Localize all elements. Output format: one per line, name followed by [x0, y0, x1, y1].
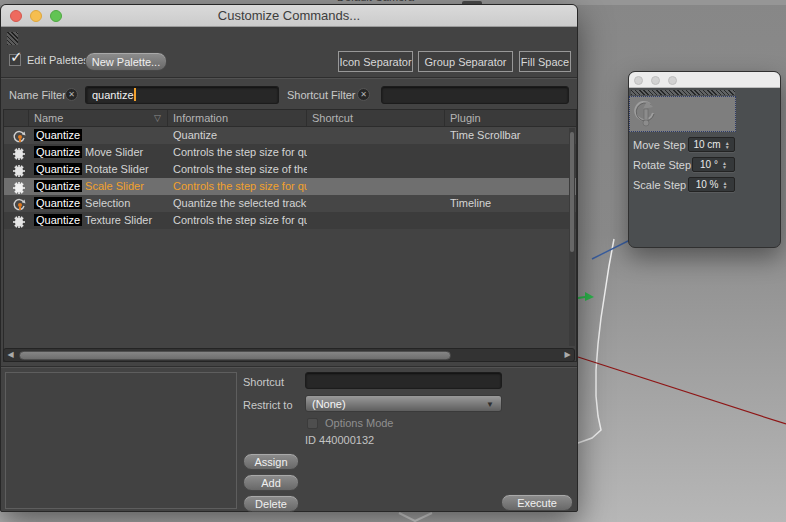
vertical-scrollbar-thumb[interactable] [570, 132, 574, 252]
name-column-header[interactable]: Name ▽ [29, 110, 168, 126]
new-palette-label: New Palette... [92, 56, 160, 68]
move-step-label: Move Step [633, 139, 686, 151]
detail-divider [1, 366, 577, 368]
fill-space-button[interactable]: Fill Space [519, 51, 571, 72]
stepper-icon[interactable]: ▲▼ [722, 161, 727, 169]
table-row[interactable]: Quantize Texture Slider Controls the ste… [4, 212, 576, 229]
text-caret [134, 88, 136, 101]
icon-separator-button[interactable]: Icon Separator [338, 51, 413, 72]
customize-commands-window: Customize Commands... ✓ Edit Palettes Ne… [0, 4, 578, 512]
quantize-track-icon [4, 195, 29, 212]
close-button[interactable] [634, 76, 643, 85]
palette-titlebar[interactable] [629, 72, 780, 88]
scroll-left-icon[interactable]: ◀ [4, 349, 17, 361]
options-mode-label: Options Mode [325, 417, 393, 429]
palette-grip-icon[interactable] [631, 90, 735, 95]
execute-button[interactable]: Execute [501, 494, 573, 511]
shortcut-filter-clear-icon[interactable]: ✕ [357, 88, 370, 101]
quantize-track-icon [4, 127, 29, 144]
scale-step-label: Scale Step [633, 179, 686, 191]
edit-palettes-toggle[interactable]: ✓ Edit Palettes [9, 54, 89, 66]
name-filter-clear-icon[interactable]: ✕ [65, 88, 78, 101]
table-row[interactable]: Quantize Selection Quantize the selected… [4, 195, 576, 212]
table-row[interactable]: Quantize Rotate Slider Controls the step… [4, 161, 576, 178]
check-icon: ✓ [10, 48, 23, 66]
options-mode-toggle[interactable]: Options Mode [307, 417, 393, 429]
x-axis-line [578, 357, 786, 424]
shortcut-filter-input[interactable] [381, 86, 569, 104]
shortcut-filter-label: Shortcut Filter [287, 89, 355, 101]
step-palette-window: Move Step 10 cm ▲▼ Rotate Step 10 ° ▲▼ S… [628, 71, 781, 248]
options-mode-checkbox[interactable] [307, 418, 318, 429]
edit-palettes-checkbox[interactable]: ✓ [9, 54, 21, 66]
table-row[interactable]: Quantize Move Slider Controls the step s… [4, 144, 576, 161]
name-filter-input[interactable] [85, 86, 279, 104]
group-separator-label: Group Separator [425, 56, 507, 68]
vertical-scrollbar[interactable] [569, 128, 575, 346]
quantize-command-icon-button[interactable] [629, 96, 736, 132]
command-id-text: ID 440000132 [305, 434, 374, 446]
shortcut-label: Shortcut [243, 376, 284, 388]
restrict-to-dropdown[interactable]: (None) ▼ [305, 395, 502, 412]
shortcut-column-header[interactable]: Shortcut [307, 110, 445, 126]
scale-step-field[interactable]: 10 % ▲▼ [688, 177, 735, 192]
assign-button[interactable]: Assign [243, 453, 299, 470]
table-header-row: Name ▽ Information Shortcut Plugin [4, 110, 576, 127]
scroll-right-icon[interactable]: ▶ [561, 349, 574, 361]
gear-burst-icon [4, 178, 29, 195]
add-button[interactable]: Add [243, 474, 299, 491]
rotate-step-field[interactable]: 10 ° ▲▼ [692, 157, 735, 172]
table-row-selected[interactable]: Quantize Scale Slider Controls the step … [4, 178, 576, 195]
dropdown-arrow-icon: ▼ [486, 400, 494, 409]
toolbar-divider [1, 77, 577, 79]
information-column-header[interactable]: Information [168, 110, 307, 126]
dialog-titlebar[interactable]: Customize Commands... [1, 5, 577, 27]
command-table: Name ▽ Information Shortcut Plugin Quant… [3, 109, 577, 362]
screen: Default Camera Customize Commands... ✓ E… [0, 0, 786, 522]
palette-edit-area [5, 372, 237, 509]
delete-button[interactable]: Delete [243, 495, 299, 512]
move-step-field[interactable]: 10 cm ▲▼ [688, 137, 735, 152]
sort-icon: ▽ [154, 113, 161, 123]
name-filter-label: Name Filter [9, 89, 66, 101]
gear-burst-icon [4, 144, 29, 161]
z-axis-line [592, 240, 630, 259]
gear-burst-icon [4, 212, 29, 229]
fill-space-label: Fill Space [521, 56, 569, 68]
stepper-icon[interactable]: ▲▼ [725, 141, 730, 149]
stepper-icon[interactable]: ▲▼ [722, 181, 727, 189]
green-axis-arrowhead [585, 292, 594, 301]
restrict-to-label: Restrict to [243, 399, 293, 411]
axis-chevron-line [399, 513, 432, 521]
rotate-step-label: Rotate Step [633, 159, 691, 171]
shortcut-input[interactable] [305, 372, 502, 389]
restrict-to-value: (None) [312, 398, 346, 410]
gear-burst-icon [4, 161, 29, 178]
camera-menu-label: Default Camera [337, 0, 414, 3]
dialog-title: Customize Commands... [1, 8, 577, 23]
table-row[interactable]: Quantize Quantize Time Scrollbar [4, 127, 576, 144]
edit-palettes-label: Edit Palettes [27, 54, 89, 66]
horizontal-scrollbar-thumb[interactable] [19, 351, 451, 360]
icon-separator-label: Icon Separator [339, 56, 411, 68]
plugin-column-header[interactable]: Plugin [445, 110, 576, 126]
new-palette-button[interactable]: New Palette... [85, 52, 167, 71]
zoom-button[interactable] [668, 76, 677, 85]
minimize-button[interactable] [651, 76, 660, 85]
palette-grip-icon[interactable] [7, 32, 18, 45]
horizontal-scrollbar[interactable]: ◀ ▶ [3, 348, 575, 362]
quantize-embossed-icon [630, 97, 660, 129]
icon-column-header[interactable] [4, 110, 29, 126]
group-separator-button[interactable]: Group Separator [418, 51, 513, 72]
